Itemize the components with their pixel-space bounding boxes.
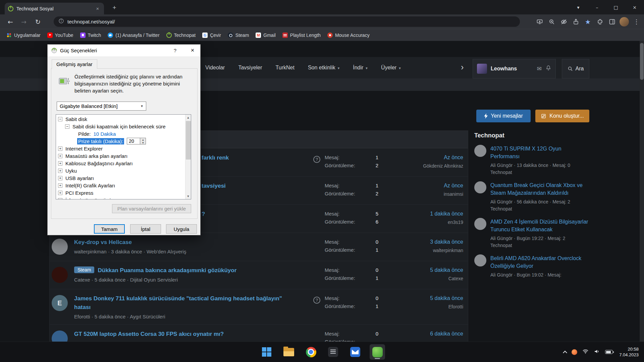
tree-expander-icon[interactable]: + [58, 176, 62, 180]
thread-title-link[interactable]: Key-drop vs Hellcase [74, 238, 132, 247]
thread-title-link[interactable]: farklı renk [202, 154, 229, 162]
tree-scrollbar-thumb[interactable] [186, 121, 191, 160]
tree-expander-icon[interactable]: − [58, 117, 62, 121]
tree-item-label[interactable]: Prize takılı (Dakika): [77, 138, 124, 144]
minutes-spinbox[interactable]: 20 [127, 138, 146, 144]
tree-expander-icon[interactable]: + [58, 146, 62, 151]
tree-item-label[interactable]: Masaüstü arka plan ayarları [64, 153, 128, 159]
bookmark-item[interactable]: Technopat [163, 31, 199, 39]
tree-item-label[interactable]: Sabit diski kapatmak için beklenecek sür… [71, 123, 167, 130]
tree-expander-icon[interactable]: + [58, 154, 62, 158]
ok-button[interactable]: Tamam [94, 224, 125, 234]
lastpost-time-link[interactable]: 5 dakika önce [430, 295, 463, 301]
active-app-icon[interactable] [370, 344, 385, 360]
thread-author-avatar[interactable] [52, 330, 68, 342]
site-nav-item[interactable]: Üyeler [381, 65, 401, 71]
mail-app-icon[interactable] [347, 344, 363, 360]
news-item[interactable]: Belirli AMD A620 Anakartlar Overclock Öz… [474, 254, 592, 278]
news-author-avatar[interactable] [474, 181, 486, 193]
thread-prefix-badge[interactable]: Steam [74, 266, 94, 273]
thread-title-link[interactable]: tavsiyesi [202, 182, 226, 190]
dialog-help-button[interactable]: ? [168, 45, 182, 56]
address-bar[interactable]: technopat.net/sosyal/ [54, 16, 520, 27]
news-item[interactable]: AMD Zen 4 İşlemcili Dizüstü Bilgisayarla… [474, 218, 592, 248]
extensions-puzzle-icon[interactable] [594, 16, 605, 27]
thread-row[interactable]: E James Donkey 711 kulaklık sürücüsünde … [50, 289, 468, 324]
news-author-avatar[interactable] [474, 145, 486, 157]
tree-expander-icon[interactable]: + [58, 161, 62, 166]
tree-item[interactable]: + USB ayarları [56, 174, 185, 182]
lastpost-user[interactable]: Gökdeniz Altınkiraz [423, 163, 463, 169]
tree-item[interactable]: + Uyku [56, 167, 185, 174]
chrome-icon[interactable] [303, 344, 319, 360]
news-title-link[interactable]: AMD Zen 4 İşlemcili Dizüstü Bilgisayarla… [490, 218, 592, 233]
tree-item-label[interactable]: Internet Explorer [64, 145, 104, 152]
scroll-down-icon[interactable] [185, 193, 191, 199]
reload-button[interactable] [32, 16, 44, 27]
tree-scrollbar[interactable] [185, 115, 191, 199]
tree-item[interactable]: Prize takılı (Dakika): 20 [56, 137, 185, 145]
news-author-avatar[interactable] [474, 254, 486, 266]
tree-item-label[interactable]: USB ayarları [64, 175, 95, 181]
news-title-link[interactable]: 4070 Ti SUPRIM X 12G Oyun Performansı [490, 145, 592, 160]
site-nav-item[interactable]: Son etkinlik [308, 65, 339, 71]
bookmark-item[interactable]: Gmail [253, 31, 279, 39]
spin-down-icon[interactable] [140, 141, 146, 144]
thread-title-link[interactable]: ? [202, 210, 205, 219]
tree-item[interactable]: + PCI Express [56, 189, 185, 196]
bookmark-item[interactable]: Playlist Length [279, 31, 324, 39]
messages-envelope-icon[interactable] [537, 65, 542, 72]
dialog-titlebar[interactable]: Güç Seçenekleri ? × [48, 45, 200, 56]
forward-button[interactable] [18, 16, 30, 27]
tree-item-value[interactable]: 10 Dakika [94, 131, 116, 137]
bookmark-star-icon[interactable] [582, 16, 593, 27]
tree-item[interactable]: + Intel(R) Grafik Ayarları [56, 182, 185, 189]
scrollbar-thumb[interactable] [640, 43, 644, 80]
site-nav-item[interactable]: TurkNet [276, 65, 294, 71]
news-item[interactable]: 4070 Ti SUPRIM X 12G Oyun Performansı Al… [474, 145, 592, 175]
back-button[interactable] [5, 16, 16, 27]
share-icon[interactable] [570, 16, 581, 27]
thread-author-avatar[interactable]: E [52, 295, 68, 311]
site-nav-item[interactable]: İndir [353, 65, 368, 71]
thread-row[interactable]: Key-drop vs Hellcase walterpinkman · 3 d… [50, 233, 468, 261]
tree-item[interactable]: + Kablosuz Bağdaştırıcı Ayarları [56, 160, 185, 167]
lastpost-time-link[interactable]: Az önce [444, 183, 463, 189]
user-avatar[interactable] [477, 64, 487, 74]
page-scrollbar[interactable] [640, 41, 644, 342]
thread-author-avatar[interactable] [52, 267, 68, 283]
tree-item-label[interactable]: Uyku [64, 168, 78, 174]
thread-title-link[interactable]: Dükkan Puanıma bakınca arkadaşımınki göz… [98, 266, 236, 275]
thread-row[interactable]: GT 520M laptop Assetto Corsa 30 FPS akıc… [50, 324, 468, 342]
tree-item-label[interactable]: PCI Express [64, 190, 94, 196]
lastpost-user[interactable]: Eforotti [430, 304, 463, 309]
thread-row[interactable]: Steam Dükkan Puanıma bakınca arkadaşımın… [50, 261, 468, 289]
minimize-button[interactable]: – [588, 0, 606, 14]
tree-item-label[interactable]: İşlemci güç yönetimi [64, 197, 112, 199]
restore-defaults-button[interactable]: Plan varsayılanlarını geri yükle [112, 204, 191, 213]
thread-author-avatar[interactable] [52, 239, 68, 255]
volume-icon[interactable] [594, 348, 600, 356]
tree-expander-icon[interactable]: + [58, 169, 62, 173]
lastpost-time-link[interactable]: 5 dakika önce [430, 267, 463, 273]
battery-icon[interactable] [605, 350, 613, 354]
bookmark-item[interactable]: Çevir [199, 31, 224, 39]
zoom-icon[interactable] [546, 16, 557, 27]
tray-chevron-up-icon[interactable] [563, 351, 567, 355]
install-app-icon[interactable] [534, 16, 545, 27]
news-title-link[interactable]: Belirli AMD A620 Anakartlar Overclock Öz… [490, 254, 592, 270]
username[interactable]: Leowhans [491, 66, 533, 72]
thread-title-link[interactable]: GT 520M laptop Assetto Corsa 30 FPS akıc… [74, 330, 224, 339]
thread-title-link[interactable]: James Donkey 711 kulaklık sürücüsünde "t… [74, 294, 295, 312]
tree-item-label[interactable]: Sabit disk [64, 116, 88, 122]
spin-up-icon[interactable] [140, 138, 146, 141]
tab-search-icon[interactable]: ▾ [569, 0, 588, 14]
apply-button[interactable]: Uygula [166, 224, 197, 234]
side-panel-icon[interactable] [606, 16, 618, 27]
tree-item[interactable]: − Sabit disk [56, 115, 185, 123]
tree-expander-icon[interactable]: + [58, 191, 62, 195]
bookmark-item[interactable]: Steam [225, 31, 252, 39]
bookmark-item[interactable]: Mouse Accuracy [324, 31, 373, 39]
taskbar-app-icon[interactable] [325, 344, 341, 360]
create-topic-button[interactable]: Konu oluştur... [535, 110, 589, 122]
